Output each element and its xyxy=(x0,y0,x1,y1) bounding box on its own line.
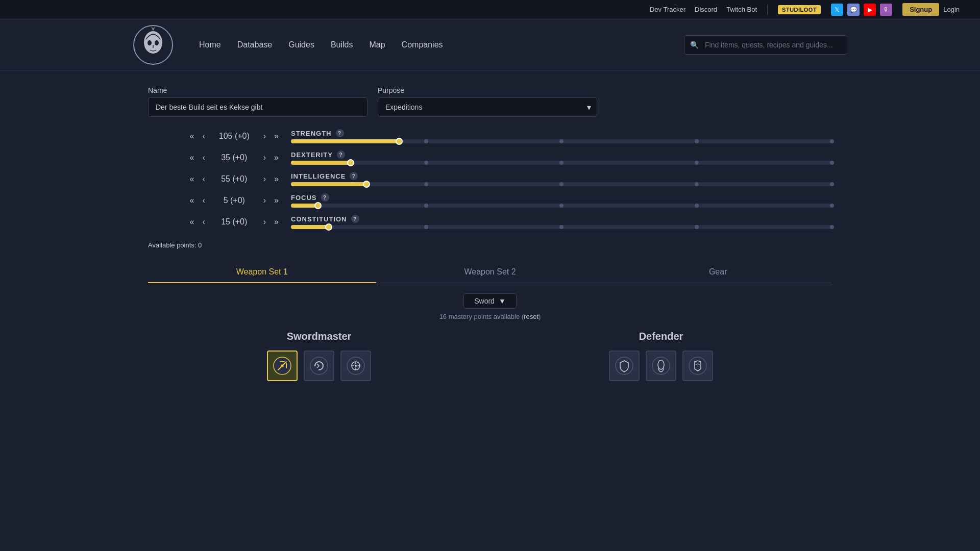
stat-help-dexterity[interactable]: ? xyxy=(337,151,345,159)
stat-skip-forward-strength[interactable]: » xyxy=(272,131,281,142)
stat-track-dexterity[interactable] xyxy=(291,161,832,165)
stat-slider-intelligence: INTELLIGENCE ? xyxy=(291,172,832,186)
stat-skip-forward-dexterity[interactable]: » xyxy=(272,152,281,163)
login-button[interactable]: Login xyxy=(943,6,960,13)
nav-home[interactable]: Home xyxy=(199,40,221,49)
name-form-group: Name xyxy=(148,86,368,117)
purpose-select[interactable]: Expeditions PvP Leveling Wars xyxy=(378,97,597,117)
weapon-dropdown[interactable]: Sword ▼ xyxy=(463,293,517,309)
site-logo[interactable] xyxy=(133,24,174,65)
stat-controls-focus: « ‹ 5 (+0) › » xyxy=(148,195,281,206)
stat-track-strength[interactable] xyxy=(291,139,832,143)
svg-point-2 xyxy=(148,40,152,45)
stat-forward-intelligence[interactable]: › xyxy=(261,173,268,185)
stat-help-focus[interactable]: ? xyxy=(321,193,329,202)
twitter-icon[interactable]: 𝕏 xyxy=(831,4,843,16)
stat-forward-strength[interactable]: › xyxy=(261,131,268,142)
stat-back-dexterity[interactable]: ‹ xyxy=(200,152,207,163)
stat-value-dexterity: 35 (+0) xyxy=(211,153,257,162)
weapon-name: Sword xyxy=(474,297,495,305)
search-input[interactable] xyxy=(684,35,847,55)
stat-skip-back-strength[interactable]: « xyxy=(188,131,197,142)
search-icon: 🔍 xyxy=(690,41,699,49)
navbar: Home Database Guides Builds Map Companie… xyxy=(0,19,980,71)
stat-controls-dexterity: « ‹ 35 (+0) › » xyxy=(148,152,281,163)
stat-forward-focus[interactable]: › xyxy=(261,195,268,206)
auth-buttons: Signup Login xyxy=(902,3,960,16)
stat-controls-strength: « ‹ 105 (+0) › » xyxy=(148,131,281,142)
stat-help-constitution[interactable]: ? xyxy=(351,215,359,223)
nav-builds[interactable]: Builds xyxy=(331,40,353,49)
stat-skip-forward-constitution[interactable]: » xyxy=(272,216,281,228)
stat-forward-constitution[interactable]: › xyxy=(261,216,268,228)
stat-name-intelligence: INTELLIGENCE xyxy=(291,172,346,180)
tab-gear[interactable]: Gear xyxy=(604,261,832,283)
build-form-row: Name Purpose Expeditions PvP Leveling Wa… xyxy=(148,86,832,117)
nav-map[interactable]: Map xyxy=(369,40,385,49)
stat-back-intelligence[interactable]: ‹ xyxy=(200,173,207,185)
stat-row-intelligence: « ‹ 55 (+0) › » INTELLIGENCE ? xyxy=(148,172,832,186)
swordmaster-skill-3[interactable] xyxy=(340,350,371,381)
stat-name-constitution: CONSTITUTION xyxy=(291,215,347,223)
stat-skip-back-constitution[interactable]: « xyxy=(188,216,197,228)
stat-value-strength: 105 (+0) xyxy=(211,132,257,141)
stat-back-strength[interactable]: ‹ xyxy=(200,131,207,142)
discord-link[interactable]: Discord xyxy=(695,6,717,13)
mastery-tree-defender: Defender xyxy=(490,331,832,381)
devtracker-link[interactable]: Dev Tracker xyxy=(650,6,685,13)
tab-weapon-set-1[interactable]: Weapon Set 1 xyxy=(148,261,376,283)
signup-button[interactable]: Signup xyxy=(902,3,939,16)
stat-skip-back-intelligence[interactable]: « xyxy=(188,173,197,185)
stat-value-focus: 5 (+0) xyxy=(211,196,257,205)
stat-back-focus[interactable]: ‹ xyxy=(200,195,207,206)
reset-link[interactable]: reset xyxy=(524,313,538,320)
stat-skip-forward-intelligence[interactable]: » xyxy=(272,173,281,185)
name-input[interactable] xyxy=(148,97,368,117)
stat-controls-constitution: « ‹ 15 (+0) › » xyxy=(148,216,281,228)
stat-help-strength[interactable]: ? xyxy=(336,129,344,137)
stat-back-constitution[interactable]: ‹ xyxy=(200,216,207,228)
defender-skill-1[interactable] xyxy=(609,350,640,381)
top-bar-divider xyxy=(767,5,768,15)
nav-companies[interactable]: Companies xyxy=(402,40,443,49)
discord-icon[interactable]: 💬 xyxy=(847,4,860,16)
studioloot-logo[interactable]: STUDILOOT xyxy=(778,5,821,14)
stat-row-strength: « ‹ 105 (+0) › » STRENGTH ? xyxy=(148,129,832,143)
stat-track-constitution[interactable] xyxy=(291,225,832,229)
podcast-icon[interactable]: 🎙 xyxy=(880,4,892,16)
stat-track-focus[interactable] xyxy=(291,204,832,208)
mastery-points-text: 16 mastery points available (reset) xyxy=(439,313,541,320)
available-points: Available points: 0 xyxy=(148,241,832,249)
defender-skill-2[interactable] xyxy=(646,350,676,381)
stats-section: « ‹ 105 (+0) › » STRENGTH ? xyxy=(148,129,832,229)
social-icons: 𝕏 💬 ▶ 🎙 xyxy=(831,4,892,16)
swordmaster-skill-2[interactable] xyxy=(304,350,334,381)
stat-slider-focus: FOCUS ? xyxy=(291,193,832,208)
swordmaster-skill-1[interactable] xyxy=(267,350,298,381)
svg-point-3 xyxy=(155,40,159,45)
defender-skills xyxy=(500,350,822,381)
top-bar-links: Dev Tracker Discord Twitch Bot xyxy=(650,6,757,13)
nav-database[interactable]: Database xyxy=(237,40,273,49)
stat-track-intelligence[interactable] xyxy=(291,182,832,186)
stat-name-dexterity: DEXTERITY xyxy=(291,151,333,159)
nav-search: 🔍 xyxy=(684,35,847,55)
name-label: Name xyxy=(148,86,368,94)
defender-title: Defender xyxy=(500,331,822,342)
defender-skill-3[interactable] xyxy=(682,350,713,381)
stat-skip-back-focus[interactable]: « xyxy=(188,195,197,206)
tab-weapon-set-2[interactable]: Weapon Set 2 xyxy=(376,261,604,283)
stat-help-intelligence[interactable]: ? xyxy=(350,172,358,180)
stat-forward-dexterity[interactable]: › xyxy=(261,152,268,163)
stat-name-strength: STRENGTH xyxy=(291,130,332,137)
svg-point-6 xyxy=(281,364,284,367)
nav-guides[interactable]: Guides xyxy=(288,40,314,49)
youtube-icon[interactable]: ▶ xyxy=(864,4,876,16)
main-content: Name Purpose Expeditions PvP Leveling Wa… xyxy=(0,71,980,396)
stat-skip-back-dexterity[interactable]: « xyxy=(188,152,197,163)
purpose-select-wrapper: Expeditions PvP Leveling Wars ▾ xyxy=(378,97,597,117)
dropdown-arrow-icon: ▼ xyxy=(499,297,506,305)
twitch-link[interactable]: Twitch Bot xyxy=(726,6,757,13)
stat-skip-forward-focus[interactable]: » xyxy=(272,195,281,206)
stat-row-dexterity: « ‹ 35 (+0) › » DEXTERITY ? xyxy=(148,151,832,165)
